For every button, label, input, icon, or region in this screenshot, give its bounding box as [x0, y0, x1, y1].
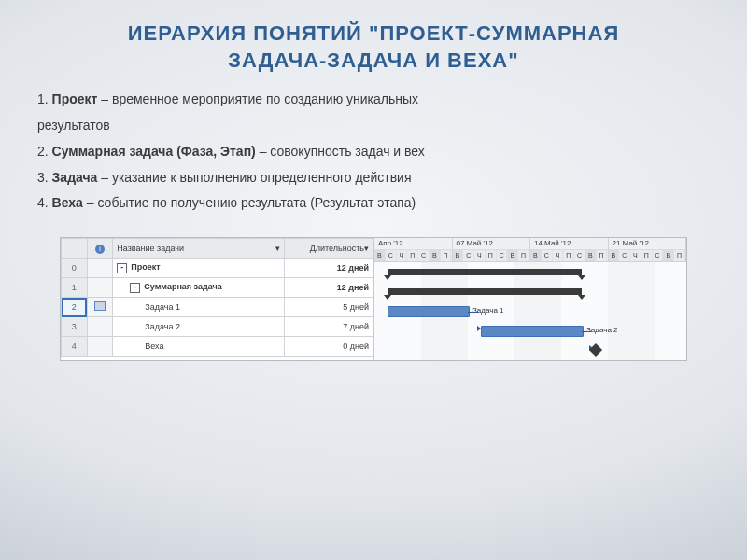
- day-cell: В: [374, 250, 386, 261]
- day-cell: П: [563, 250, 574, 261]
- col-name-header[interactable]: Название задачи ▾: [113, 239, 284, 259]
- collapse-icon[interactable]: -: [130, 283, 140, 293]
- day-cell: С: [497, 250, 508, 261]
- def-item: результатов: [37, 115, 702, 137]
- task-table: i Название задачи ▾ Длительность ▾ 0 -Пр…: [61, 238, 374, 357]
- table-row[interactable]: 0 -Проект 12 дней: [62, 259, 374, 278]
- day-cell: П: [486, 250, 497, 261]
- day-cell: С: [418, 250, 430, 261]
- day-cell: В: [507, 250, 518, 261]
- gantt-screenshot: i Название задачи ▾ Длительность ▾ 0 -Пр…: [60, 237, 687, 361]
- table-row[interactable]: 2 Задача 1 5 дней: [62, 298, 374, 317]
- day-cell: В: [663, 250, 674, 261]
- day-cell: С: [463, 250, 474, 261]
- table-row[interactable]: 4 Веха 0 дней: [62, 337, 374, 357]
- table-header-row: i Название задачи ▾ Длительность ▾: [62, 239, 374, 259]
- gantt-panel: Апр '12ВСЧПСВП07 Май '12ВСЧПСВП14 Май '1…: [374, 238, 686, 360]
- task-bar[interactable]: Задача 2: [481, 326, 584, 337]
- day-cell: В: [609, 250, 620, 261]
- summary-bar: [388, 288, 582, 295]
- day-cell: Ч: [397, 250, 408, 261]
- info-icon: i: [95, 245, 105, 254]
- day-cell: П: [674, 250, 685, 261]
- table-row[interactable]: 1 -Суммарная задача 12 дней: [62, 278, 374, 298]
- slide-title: ИЕРАРХИЯ ПОНЯТИЙ "ПРОЕКТ-СУММАРНАЯ ЗАДАЧ…: [0, 0, 747, 79]
- summary-bar: [388, 269, 582, 275]
- timeline-header: Апр '12ВСЧПСВП07 Май '12ВСЧПСВП14 Май '1…: [374, 238, 686, 262]
- bar-label: Задача 2: [586, 326, 618, 334]
- def-item: 3. Задача – указание к выполнению опреде…: [37, 167, 702, 189]
- day-cell: В: [530, 250, 542, 261]
- day-cell: С: [619, 250, 630, 261]
- day-cell: С: [653, 250, 664, 261]
- day-cell: П: [441, 250, 452, 261]
- day-cell: В: [430, 250, 441, 261]
- task-icon: [94, 301, 106, 311]
- day-cell: Ч: [630, 250, 641, 261]
- dropdown-icon[interactable]: ▾: [364, 244, 369, 253]
- collapse-icon[interactable]: -: [117, 263, 127, 273]
- day-cell: Ч: [474, 250, 486, 261]
- month-label: 21 Май '12: [609, 238, 686, 250]
- day-cell: В: [453, 250, 464, 261]
- month-label: 14 Май '12: [530, 238, 608, 250]
- day-cell: П: [641, 250, 653, 261]
- dropdown-icon[interactable]: ▾: [275, 244, 280, 253]
- gantt-body: Задача 1 Задача 2 Веха: [374, 262, 686, 360]
- day-cell: С: [574, 250, 585, 261]
- info-header[interactable]: i: [87, 239, 113, 259]
- month-label: 07 Май '12: [453, 238, 530, 250]
- task-table-panel: i Название задачи ▾ Длительность ▾ 0 -Пр…: [61, 238, 374, 360]
- day-cell: С: [386, 250, 397, 261]
- task-bar[interactable]: Задача 1: [388, 306, 470, 317]
- bar-label: Задача 1: [472, 306, 504, 315]
- corner-cell[interactable]: [62, 239, 88, 259]
- day-cell: С: [542, 250, 553, 261]
- day-cell: Ч: [553, 250, 564, 261]
- day-cell: П: [597, 250, 608, 261]
- month-label: Апр '12: [374, 238, 452, 250]
- col-duration-header[interactable]: Длительность ▾: [284, 239, 373, 259]
- day-cell: П: [407, 250, 418, 261]
- table-row[interactable]: 3 Задача 2 7 дней: [62, 317, 374, 337]
- definitions-list: 1. Проект – временное мероприятие по соз…: [0, 79, 747, 230]
- day-cell: П: [518, 250, 529, 261]
- def-item: 1. Проект – временное мероприятие по соз…: [37, 89, 702, 111]
- day-cell: В: [585, 250, 597, 261]
- def-item: 2. Суммарная задача (Фаза, Этап) – совок…: [37, 141, 702, 163]
- def-item: 4. Веха – событие по получению результат…: [37, 192, 702, 215]
